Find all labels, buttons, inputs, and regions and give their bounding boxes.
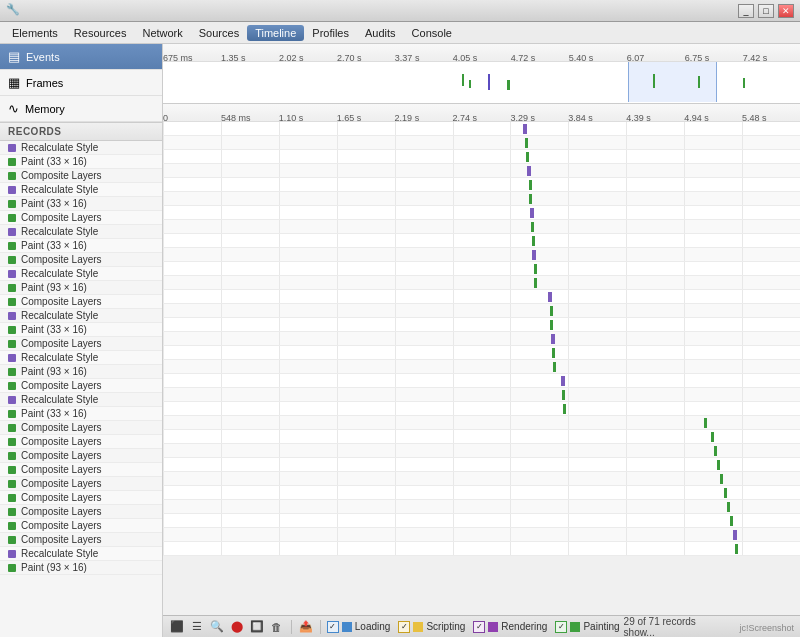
grid-line [221,276,222,289]
grid-line [453,122,454,135]
grid-line [568,374,569,387]
grid-line [742,318,743,331]
record-item: Composite Layers [0,337,162,351]
menu-network[interactable]: Network [134,25,190,41]
grid-line [510,528,511,541]
grid-line [684,262,685,275]
grid-line [568,262,569,275]
menu-profiles[interactable]: Profiles [304,25,357,41]
menu-timeline[interactable]: Timeline [247,25,304,41]
records-grid [163,122,800,556]
grid-line [684,458,685,471]
record-item: Recalculate Style [0,351,162,365]
ruler-label: 2.02 s [279,53,304,63]
grid-line [163,318,164,331]
grid-line [510,430,511,443]
record-label: Recalculate Style [21,394,98,405]
scripting-checkbox[interactable]: ✓ [398,621,410,633]
overview-content[interactable] [163,62,800,102]
grid-line [568,402,569,415]
grid-line [337,234,338,247]
grid-line [684,164,685,177]
rendering-checkbox[interactable]: ✓ [473,621,485,633]
record-item: Composite Layers [0,169,162,183]
menu-resources[interactable]: Resources [66,25,135,41]
sidebar-tab-frames[interactable]: ▦ Frames [0,70,162,96]
ruler-label: 4.05 s [453,53,478,63]
menu-sources[interactable]: Sources [191,25,247,41]
records-grid-container[interactable] [163,122,800,615]
minimize-button[interactable]: _ [738,4,754,18]
grid-line [626,318,627,331]
grid-line [163,388,164,401]
ruler-label: 1.35 s [221,53,246,63]
grid-line [568,234,569,247]
record-label: Composite Layers [21,506,102,517]
grid-line [568,430,569,443]
grid-line [221,486,222,499]
record-dot [8,144,16,152]
maximize-button[interactable]: □ [758,4,774,18]
export-button[interactable]: 📤 [298,619,314,635]
grid-line [279,248,280,261]
sidebar-tab-events[interactable]: ▤ Events [0,44,162,70]
grid-line [163,486,164,499]
timeline-overview[interactable]: 675 ms1.35 s2.02 s2.70 s3.37 s4.05 s4.72… [163,44,800,104]
record-red-button[interactable]: ⬤ [229,619,245,635]
record-dot [8,228,16,236]
grid-line [742,150,743,163]
clear-button[interactable]: ☰ [189,619,205,635]
grid-line [163,136,164,149]
window-controls[interactable]: _ □ ✕ [738,4,794,18]
grid-line [684,528,685,541]
trash-button[interactable]: 🗑 [269,619,285,635]
grid-line [279,528,280,541]
grid-row [163,248,800,262]
grid-line [221,220,222,233]
menu-console[interactable]: Console [404,25,460,41]
grid-line [337,164,338,177]
menu-audits[interactable]: Audits [357,25,404,41]
grid-line [453,416,454,429]
grid-line [279,192,280,205]
close-button[interactable]: ✕ [778,4,794,18]
filter-button[interactable]: 🔲 [249,619,265,635]
grid-line [163,528,164,541]
grid-line [684,248,685,261]
grid-row [163,402,800,416]
grid-row [163,346,800,360]
grid-line [163,248,164,261]
grid-line [684,318,685,331]
menu-elements[interactable]: Elements [4,25,66,41]
grid-line [510,444,511,457]
grid-line [337,192,338,205]
record-button[interactable]: ⬛ [169,619,185,635]
grid-line [279,374,280,387]
grid-line [684,234,685,247]
painting-checkbox[interactable]: ✓ [555,621,567,633]
grid-line [453,206,454,219]
record-item: Composite Layers [0,295,162,309]
grid-line [221,192,222,205]
record-dot [8,550,16,558]
grid-line [626,430,627,443]
grid-line [453,136,454,149]
grid-line [337,206,338,219]
grid-line [395,276,396,289]
grid-line [568,178,569,191]
grid-line [453,178,454,191]
records-ruler-label: 3.84 s [568,113,593,123]
record-dot [8,536,16,544]
records-ruler-label: 4.39 s [626,113,651,123]
search-button[interactable]: 🔍 [209,619,225,635]
grid-line [742,472,743,485]
grid-line [453,514,454,527]
grid-line [568,416,569,429]
grid-line [742,220,743,233]
grid-line [453,234,454,247]
loading-checkbox[interactable]: ✓ [327,621,339,633]
grid-line [279,206,280,219]
grid-line [568,220,569,233]
sidebar-tab-memory[interactable]: ∿ Memory [0,96,162,122]
records-ruler-label: 2.74 s [453,113,478,123]
